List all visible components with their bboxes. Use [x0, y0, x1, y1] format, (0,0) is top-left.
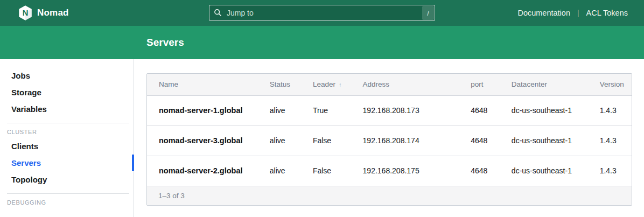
column-header-version[interactable]: Version: [594, 74, 632, 95]
servers-table: Name Status Leader↑ Address port Datacen…: [147, 74, 632, 186]
server-version: 1.4.3: [594, 95, 632, 125]
sidebar-heading-debugging: DEBUGGING: [0, 197, 134, 208]
server-name: nomad-server-2.global: [147, 156, 264, 186]
sidebar-item-variables[interactable]: Variables: [0, 101, 134, 117]
server-row[interactable]: nomad-server-2.global alive False 192.16…: [147, 156, 632, 186]
sidebar-divider: [7, 123, 129, 123]
server-name: nomad-server-3.global: [147, 125, 264, 156]
column-header-status[interactable]: Status: [264, 74, 307, 95]
link-separator: |: [577, 9, 579, 17]
slash-shortcut-badge: /: [422, 6, 434, 20]
server-address: 192.168.208.175: [358, 156, 466, 186]
server-port: 4648: [465, 156, 506, 186]
server-port: 4648: [465, 95, 506, 125]
table-header-row: Name Status Leader↑ Address port Datacen…: [147, 74, 632, 95]
server-address: 192.168.208.174: [358, 125, 466, 156]
server-row[interactable]: nomad-server-3.global alive False 192.16…: [147, 125, 632, 156]
server-leader: True: [307, 95, 358, 125]
pagination-status: 1–3 of 3: [147, 186, 632, 205]
server-datacenter: dc-us-southeast-1: [506, 125, 594, 156]
nomad-logo-icon: N: [18, 5, 32, 20]
topnav-links: Documentation | ACL Tokens: [517, 9, 628, 17]
server-address: 192.168.208.173: [358, 95, 466, 125]
server-datacenter: dc-us-southeast-1: [506, 156, 594, 186]
svg-text:N: N: [23, 9, 29, 17]
nomad-home-link[interactable]: N Nomad: [18, 5, 69, 20]
servers-table-card: Name Status Leader↑ Address port Datacen…: [146, 73, 632, 206]
column-header-leader[interactable]: Leader↑: [307, 74, 358, 95]
server-leader: False: [307, 125, 358, 156]
sidebar-item-topology[interactable]: Topology: [0, 171, 134, 188]
server-version: 1.4.3: [594, 156, 632, 186]
column-header-address[interactable]: Address: [358, 74, 466, 95]
brand-wordmark: Nomad: [37, 8, 69, 18]
jump-to-search: /: [209, 5, 435, 21]
sort-asc-icon: ↑: [339, 81, 342, 88]
column-header-port[interactable]: port: [465, 74, 506, 95]
sidebar-divider: [7, 193, 129, 194]
acl-tokens-link[interactable]: ACL Tokens: [586, 9, 628, 17]
server-leader: False: [307, 156, 358, 186]
server-port: 4648: [465, 125, 506, 156]
sidebar-item-servers[interactable]: Servers: [0, 155, 134, 171]
sidebar-item-jobs[interactable]: Jobs: [0, 67, 134, 84]
top-navbar: N Nomad / Documentation | ACL Tokens: [0, 0, 644, 26]
server-status: alive: [264, 125, 307, 156]
sidebar-item-clients[interactable]: Clients: [0, 138, 134, 155]
column-header-datacenter[interactable]: Datacenter: [506, 74, 594, 95]
sidebar-item-storage[interactable]: Storage: [0, 84, 134, 101]
column-header-name[interactable]: Name: [147, 74, 264, 95]
server-status: alive: [264, 95, 307, 125]
server-name: nomad-server-1.global: [147, 95, 264, 125]
page-header: Servers: [0, 26, 644, 59]
server-datacenter: dc-us-southeast-1: [506, 95, 594, 125]
server-status: alive: [264, 156, 307, 186]
documentation-link[interactable]: Documentation: [517, 9, 570, 17]
sidebar: Jobs Storage Variables CLUSTER Clients S…: [0, 59, 134, 217]
sidebar-heading-cluster: CLUSTER: [0, 127, 134, 138]
main-content: Name Status Leader↑ Address port Datacen…: [134, 59, 644, 217]
page-title: Servers: [146, 37, 184, 48]
server-row[interactable]: nomad-server-1.global alive True 192.168…: [147, 95, 632, 125]
search-input[interactable]: [209, 5, 435, 21]
server-version: 1.4.3: [594, 125, 632, 156]
